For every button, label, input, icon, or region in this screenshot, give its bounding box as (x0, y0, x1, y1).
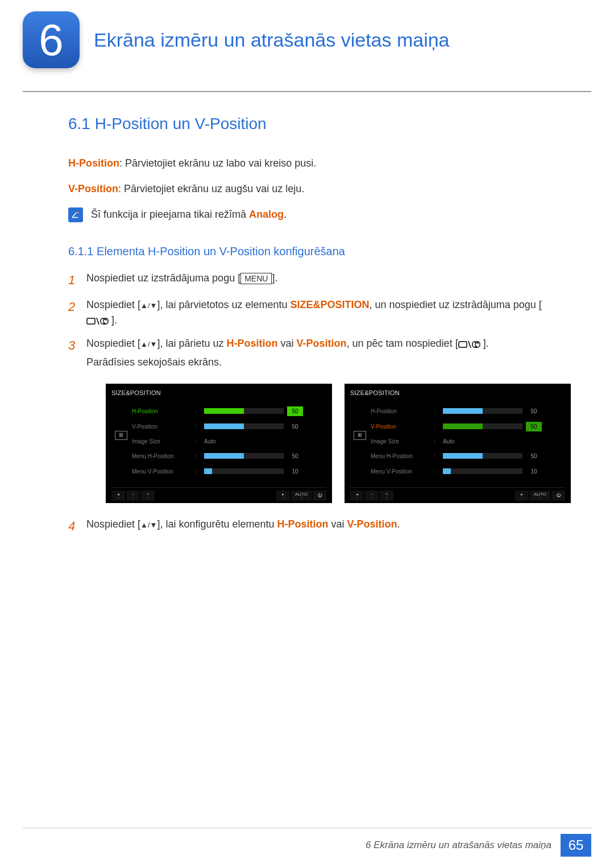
osd-power-icon: ⏻ (551, 491, 565, 501)
page-number: 65 (561, 834, 591, 857)
hposition-desc: H-Position: Pārvietojiet ekrānu uz labo … (68, 156, 563, 171)
osd-row-vposition: V-Position: 50 (370, 419, 565, 434)
footer-text: 6 Ekrāna izmēru un atrašanās vietas maiņ… (366, 840, 551, 851)
up-down-icon: ▲/▼ (140, 301, 157, 310)
footer-divider (23, 828, 591, 828)
osd-row-menu-hposition: Menu H-Position: 50 (370, 448, 565, 464)
osd-nav-left-icon: ◂▾ (350, 491, 364, 501)
chapter-header: 6 Ekrāna izmēru un atrašanās vietas maiņ… (0, 0, 614, 74)
osd-side-icon: ⊞ (354, 431, 366, 440)
osd-side-icon: ⊞ (115, 431, 127, 440)
chapter-number-badge: 6 (23, 11, 80, 68)
step-3: 3 Nospiediet [▲/▼], lai pārietu uz H-Pos… (68, 336, 563, 509)
osd-panel-hposition: SIZE&POSITION ⊞ H-Position: 50 V-Positio… (106, 384, 332, 503)
step-2: 2 Nospiediet [▲/▼], lai pārvietotos uz e… (68, 297, 563, 328)
osd-row-vposition: V-Position: 50 (131, 419, 326, 434)
enter-source-icon (458, 339, 483, 349)
svg-point-0 (77, 211, 79, 213)
osd-auto-button: AUTO▾ (530, 491, 550, 501)
section-title: 6.1 H-Position un V-Position (68, 115, 563, 133)
page-footer: 6 Ekrāna izmēru un atrašanās vietas maiņ… (366, 834, 591, 857)
osd-footer: ◂▾ −▾ +▾ ▸▾ AUTO▾ ⏻ (350, 487, 565, 501)
up-down-icon: ▲/▼ (140, 340, 157, 348)
chapter-number: 6 (39, 14, 63, 66)
subsection-title: 6.1.1 Elementa H-Position un V-Position … (68, 245, 563, 258)
osd-nav-minus-icon: −▾ (365, 491, 379, 501)
osd-nav-right-icon: ▸▾ (276, 491, 290, 501)
osd-row-menu-vposition: Menu V-Position: 10 (131, 464, 326, 479)
svg-rect-1 (87, 318, 95, 324)
osd-row-hposition: H-Position: 50 (370, 404, 565, 419)
enter-source-icon (86, 315, 111, 326)
up-down-icon: ▲/▼ (140, 521, 157, 529)
osd-footer: ◂▾ −▾ +▾ ▸▾ AUTO▾ ⏻ (111, 487, 326, 501)
osd-power-icon: ⏻ (313, 491, 326, 501)
osd-row-menu-vposition: Menu V-Position: 10 (370, 464, 565, 479)
osd-nav-plus-icon: +▾ (141, 491, 155, 501)
osd-row-imagesize: Image Size: Auto (370, 434, 565, 448)
svg-line-2 (97, 318, 99, 325)
step-4: 4 Nospiediet [▲/▼], lai konfigurētu elem… (68, 517, 563, 535)
osd-panel-vposition: SIZE&POSITION ⊞ H-Position: 50 V-Positio… (345, 384, 571, 503)
svg-rect-5 (459, 342, 467, 347)
menu-button-label: MENU (240, 273, 272, 284)
osd-row-menu-hposition: Menu H-Position: 50 (131, 448, 326, 464)
note-icon (68, 207, 83, 222)
note: Šī funkcija ir pieejama tikai režīmā Ana… (68, 207, 563, 222)
osd-row-imagesize: Image Size: Auto (131, 434, 326, 448)
osd-nav-plus-icon: +▾ (380, 491, 393, 501)
hposition-term: H-Position (68, 157, 119, 169)
osd-row-hposition: H-Position: 50 (131, 404, 326, 419)
chapter-title: Ekrāna izmēru un atrašanās vietas maiņa (94, 29, 450, 51)
svg-line-6 (468, 341, 471, 348)
osd-nav-left-icon: ◂▾ (111, 491, 125, 501)
osd-nav-minus-icon: −▾ (126, 491, 140, 501)
divider (23, 91, 591, 92)
osd-auto-button: AUTO▾ (291, 491, 312, 501)
vposition-desc: V-Position: Pārvietojiet ekrānu uz augšu… (68, 181, 563, 197)
osd-nav-right-icon: ▸▾ (515, 491, 529, 501)
vposition-term: V-Position (68, 183, 118, 194)
step-1: 1 Nospiediet uz izstrādājuma pogu [MENU]… (68, 271, 563, 289)
